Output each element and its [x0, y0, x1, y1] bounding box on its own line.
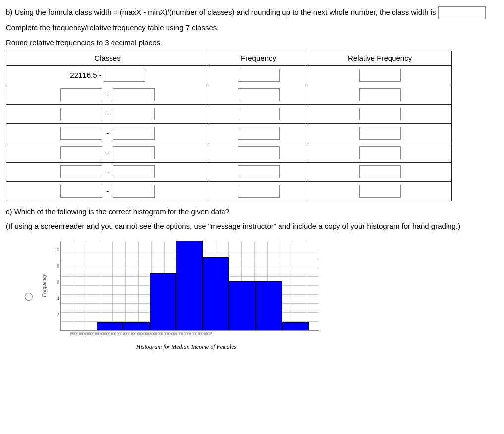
class-upper-input[interactable]	[104, 69, 145, 82]
relfreq-input[interactable]	[359, 185, 401, 198]
part-c-prompt: c) Which of the following is the correct…	[6, 205, 498, 218]
col-header-relfreq: Relative Frequency	[308, 51, 452, 66]
chart-ytick: 10	[49, 247, 59, 252]
histogram-bar	[123, 322, 150, 330]
relfreq-cell	[308, 85, 452, 105]
class-upper-input[interactable]	[113, 146, 155, 159]
histogram-bar	[150, 273, 176, 331]
chart-ytick: 2	[49, 312, 59, 317]
frequency-input[interactable]	[238, 185, 280, 198]
class-width-input[interactable]	[438, 6, 486, 19]
relfreq-input[interactable]	[359, 146, 401, 159]
relfreq-cell	[308, 66, 452, 85]
relfreq-cell	[308, 182, 452, 201]
relfreq-input[interactable]	[359, 108, 401, 120]
class-lower-input[interactable]	[60, 88, 102, 101]
histogram-option: Frequency 246810 19000 000 00000 000 000…	[16, 241, 498, 351]
class-upper-input[interactable]	[113, 127, 155, 140]
frequency-input[interactable]	[238, 146, 280, 159]
table-row: -	[6, 105, 452, 124]
chart-ylabel: Frequency	[41, 241, 47, 330]
class-lower-input[interactable]	[60, 108, 102, 120]
part-c-note: (If using a screenreader and you cannot …	[6, 220, 498, 233]
histogram-bar	[203, 257, 229, 330]
histogram-chart	[60, 241, 319, 331]
frequency-cell	[209, 143, 308, 163]
chart-xaxis-ticks: 19000 000 00000 000 00000 000 000 0000 0…	[60, 331, 327, 336]
class-lower-input[interactable]	[60, 185, 102, 198]
histogram-bar	[176, 241, 203, 330]
class-lower-input[interactable]	[60, 127, 102, 140]
class-lower-input[interactable]	[60, 165, 102, 178]
relfreq-cell	[308, 163, 452, 182]
frequency-input[interactable]	[238, 69, 280, 82]
chart-ytick: 8	[49, 263, 59, 269]
class-dash: -	[104, 129, 111, 137]
table-row: -	[6, 143, 452, 163]
table-row: -	[6, 182, 452, 201]
frequency-cell	[209, 124, 308, 143]
frequency-input[interactable]	[238, 88, 280, 101]
frequency-cell	[209, 66, 308, 85]
histogram-bar	[229, 281, 256, 330]
class-upper-input[interactable]	[113, 185, 155, 198]
frequency-input[interactable]	[238, 108, 280, 120]
relfreq-cell	[308, 143, 452, 163]
relfreq-input[interactable]	[359, 69, 401, 82]
table-row: 22116.5 -	[6, 66, 452, 85]
relfreq-input[interactable]	[359, 165, 401, 178]
part-b-prompt: b) Using the formula class width = (maxX…	[6, 8, 436, 16]
frequency-input[interactable]	[238, 165, 280, 178]
frequency-cell	[209, 182, 308, 201]
table-intro-1: Complete the frequency/relative frequenc…	[6, 21, 498, 34]
relfreq-cell	[308, 124, 452, 143]
classes-cell: -	[6, 143, 209, 163]
class-lower-fixed: 22116.5 -	[70, 71, 101, 79]
class-dash: -	[104, 90, 111, 99]
classes-cell: 22116.5 -	[6, 66, 209, 85]
table-row: -	[6, 163, 452, 182]
class-dash: -	[104, 109, 111, 118]
class-dash: -	[104, 167, 111, 176]
histogram-radio-1[interactable]	[25, 293, 33, 301]
frequency-cell	[209, 85, 308, 105]
classes-cell: -	[6, 105, 209, 124]
histogram-bar	[97, 322, 123, 330]
class-upper-input[interactable]	[113, 88, 155, 101]
chart-yticks: 246810	[49, 241, 59, 330]
histogram-bar	[256, 281, 282, 330]
class-upper-input[interactable]	[113, 108, 155, 120]
frequency-input[interactable]	[238, 127, 280, 140]
frequency-cell	[209, 163, 308, 182]
chart-ytick: 6	[49, 279, 59, 284]
classes-cell: -	[6, 182, 209, 201]
histogram-bar	[282, 322, 309, 330]
frequency-table: Classes Frequency Relative Frequency 221…	[6, 51, 452, 201]
classes-cell: -	[6, 85, 209, 105]
table-intro-2: Round relative frequencies to 3 decimal …	[6, 36, 498, 49]
col-header-classes: Classes	[6, 51, 209, 66]
col-header-frequency: Frequency	[209, 51, 308, 66]
relfreq-cell	[308, 105, 452, 124]
class-upper-input[interactable]	[113, 165, 155, 178]
classes-cell: -	[6, 163, 209, 182]
class-dash: -	[104, 187, 111, 195]
class-lower-input[interactable]	[60, 146, 102, 159]
part-b-text: b) Using the formula class width = (maxX…	[6, 6, 498, 19]
frequency-cell	[209, 105, 308, 124]
relfreq-input[interactable]	[359, 127, 401, 140]
class-dash: -	[104, 148, 111, 157]
classes-cell: -	[6, 124, 209, 143]
table-row: -	[6, 124, 452, 143]
relfreq-input[interactable]	[359, 88, 401, 101]
chart-ytick: 4	[49, 295, 59, 301]
chart-title: Histogram for Median Income of Females	[48, 343, 325, 351]
table-row: -	[6, 85, 452, 105]
